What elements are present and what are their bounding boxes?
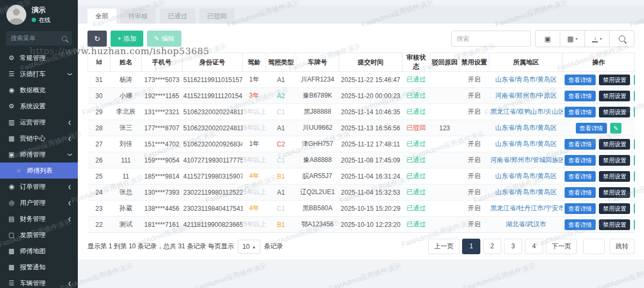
cell-id: 26 — [88, 152, 111, 168]
column-header[interactable]: 操作 — [563, 53, 635, 72]
column-header[interactable]: 审核状态 — [402, 53, 430, 72]
cell-disable-setting: 开启 — [459, 201, 489, 217]
row-edit-button[interactable]: ✎ — [610, 123, 621, 134]
disable-setting-button[interactable]: 禁用设置 — [599, 171, 630, 182]
view-detail-button[interactable]: 查看详情 — [565, 171, 596, 182]
disable-setting-button[interactable]: 禁用设置 — [599, 203, 630, 214]
row-edit-button[interactable]: ✎ — [634, 155, 635, 166]
column-header[interactable]: 手机号 — [142, 53, 182, 72]
sidebar-item[interactable]: ○ 师傅列表 — [0, 163, 78, 179]
column-header[interactable]: 所属地区 — [489, 53, 563, 72]
cell-reject-reason: 123 — [430, 120, 459, 136]
sidebar-item[interactable]: ▤ 财务管理 — [0, 211, 78, 227]
sidebar-item[interactable]: ☰ 沃德打车 — [0, 66, 78, 82]
column-header[interactable]: 车牌号 — [296, 53, 339, 72]
row-edit-button[interactable]: ✎ — [634, 203, 635, 214]
sidebar-item[interactable]: ▣ 师傅管理 — [0, 146, 78, 163]
refresh-icon: ↻ — [94, 34, 100, 43]
sidebar-item[interactable]: ⚙ 常规管理 — [0, 50, 78, 66]
view-detail-button[interactable]: 查看详情 — [565, 75, 596, 85]
page-button[interactable]: 下一页 — [546, 239, 577, 254]
cell-disable-setting: 开启 — [459, 152, 489, 168]
cell-id: 22 — [88, 217, 111, 233]
add-button[interactable]: +添加 — [111, 31, 143, 47]
disable-setting-button[interactable]: 禁用设置 — [599, 91, 630, 101]
sidebar-item[interactable]: ◎ 用户管理 — [0, 195, 78, 211]
sidebar-item[interactable]: ⚙ 系统设置 — [0, 98, 78, 114]
page-button[interactable]: 2 — [483, 239, 501, 254]
cell-disable-setting: 开启 — [459, 184, 489, 201]
cell-idcard: 410727199301177759 — [182, 152, 243, 168]
column-header[interactable]: 提交时间 — [339, 53, 402, 72]
row-edit-button[interactable]: ✎ — [634, 219, 635, 230]
cell-actions: 查看详情 ✎ — [563, 120, 635, 136]
cell-submit-time: 2025-10-15 15:20:29 — [339, 201, 402, 217]
cell-region: 黑龙江省/牡丹江市/宁安市 — [491, 204, 563, 212]
column-header[interactable]: 姓名 — [111, 53, 142, 72]
panel-toggle-button[interactable] — [535, 30, 560, 47]
page-button[interactable]: 3 — [504, 239, 522, 254]
row-edit-button[interactable]: ✎ — [634, 187, 635, 198]
disable-setting-button[interactable]: 禁用设置 — [599, 187, 630, 198]
view-detail-button[interactable]: 查看详情 — [565, 139, 596, 150]
chevron-icon — [68, 184, 71, 189]
cell-name: 张三 — [111, 120, 142, 136]
export-button[interactable]: ▾ — [584, 30, 610, 47]
column-header[interactable]: 禁用设置 — [459, 53, 489, 72]
dashboard-icon: ◉ — [8, 86, 16, 94]
disable-setting-button[interactable]: 禁用设置 — [599, 107, 630, 117]
sidebar-item[interactable]: ▢ 发票管理 — [0, 227, 78, 243]
view-detail-button[interactable]: 查看详情 — [565, 107, 596, 117]
column-header[interactable]: Id — [88, 53, 111, 72]
page-jump-button[interactable]: 跳转 — [610, 239, 634, 254]
edit-button[interactable]: ✎编辑 — [147, 31, 181, 47]
view-detail-button[interactable]: 查看详情 — [576, 123, 607, 134]
app-icon: ☰ — [8, 70, 16, 78]
page-button[interactable]: 1 — [462, 239, 480, 254]
sidebar-item[interactable]: ◉ 订单管理 — [0, 179, 78, 195]
cell-actions: 查看详情 禁用设置 ✎ — [563, 104, 635, 120]
tab[interactable]: 全部 — [87, 9, 116, 24]
tab[interactable]: 已驳回 — [199, 9, 235, 24]
tab[interactable]: 已通过 — [160, 9, 195, 24]
view-detail-button[interactable]: 查看详情 — [565, 155, 596, 166]
page-jump-input[interactable] — [583, 239, 605, 254]
chevron-icon — [68, 136, 71, 141]
search-toggle-button[interactable] — [609, 30, 634, 47]
page-size-dropdown[interactable]: 10 — [238, 240, 260, 254]
sidebar-item[interactable]: ▥ 运营管理 — [0, 114, 78, 130]
tab[interactable]: 待审核 — [120, 9, 156, 24]
sidebar-item[interactable]: ▩ 报警通知 — [0, 259, 78, 275]
column-header[interactable]: 身份证号 — [182, 53, 243, 72]
refresh-button[interactable]: ↻ — [87, 31, 107, 47]
disable-setting-button[interactable]: 禁用设置 — [599, 219, 630, 230]
sidebar-item[interactable]: ▦ 营销中心 — [0, 130, 78, 146]
table-search-input[interactable] — [451, 31, 531, 47]
view-detail-button[interactable]: 查看详情 — [565, 203, 596, 214]
row-edit-button[interactable]: ✎ — [634, 139, 635, 150]
view-detail-button[interactable]: 查看详情 — [565, 219, 596, 230]
sidebar-item[interactable]: ◉ 数据概览 — [0, 82, 78, 98]
sidebar-search-input[interactable]: 搜索菜单 — [6, 31, 72, 46]
row-edit-button[interactable]: ✎ — [634, 91, 635, 101]
view-detail-button[interactable]: 查看详情 — [565, 187, 596, 198]
cell-reject-reason — [430, 184, 459, 201]
cell-phone: 177****8707 — [142, 120, 182, 136]
cell-phone: 151****4702 — [142, 136, 182, 152]
view-detail-button[interactable]: 查看详情 — [565, 91, 596, 101]
row-edit-button[interactable]: ✎ — [634, 75, 635, 85]
page-button[interactable]: 上一页 — [428, 239, 459, 254]
disable-setting-button[interactable]: 禁用设置 — [599, 75, 630, 85]
sidebar-item[interactable]: ☰ 车辆管理 — [0, 275, 78, 288]
column-header[interactable]: 驳回原因 — [430, 53, 459, 72]
sidebar-item[interactable]: ▩ 师傅地图 — [0, 243, 78, 259]
page-button[interactable]: 4 — [525, 239, 543, 254]
column-header[interactable]: 驾龄 — [243, 53, 266, 72]
disable-setting-button[interactable]: 禁用设置 — [599, 155, 630, 166]
column-header[interactable]: 驾照类型 — [266, 53, 296, 72]
disable-setting-button[interactable]: 禁用设置 — [599, 139, 630, 150]
cell-disable-setting: 开启 — [459, 136, 489, 152]
row-edit-button[interactable]: ✎ — [634, 171, 635, 182]
columns-button[interactable]: ▾ — [560, 30, 585, 47]
row-edit-button[interactable]: ✎ — [634, 107, 635, 117]
